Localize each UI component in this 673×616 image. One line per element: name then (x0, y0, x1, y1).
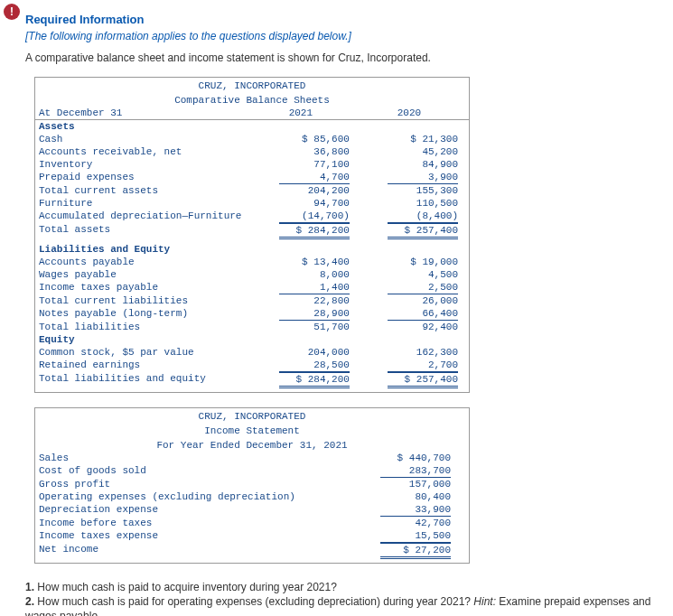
assets-header: Assets (35, 120, 256, 133)
row-itp: Income taxes payable 1,400 2,500 (35, 281, 469, 294)
is-title-statement: Income Statement (35, 423, 469, 437)
prepaid-2021: 4,700 (279, 171, 350, 184)
label-ap: Accounts payable (35, 256, 252, 268)
furn-2021: 94,700 (252, 197, 360, 210)
cs-2021: 204,000 (252, 346, 360, 359)
q1-number: 1. (25, 581, 34, 593)
label-furniture: Furniture (35, 197, 252, 210)
label-tcl: Total current liabilities (35, 294, 252, 307)
label-cogs: Cost of goods sold (35, 464, 325, 478)
row-ibt: Income before taxes 42,700 (35, 517, 469, 529)
row-sales: Sales $ 440,700 (35, 452, 469, 464)
q2-text: How much cash is paid for operating expe… (37, 595, 473, 608)
accdep-2021: (14,700) (279, 210, 350, 223)
row-tca: Total current assets 204,200 155,300 (35, 184, 469, 197)
label-prepaid: Prepaid expenses (35, 171, 252, 184)
label-ar: Accounts receivable, net (35, 145, 252, 158)
label-ni: Net income (35, 543, 325, 559)
tle-2020: $ 257,400 (388, 372, 458, 388)
row-cogs: Cost of goods sold 283,700 (35, 464, 469, 478)
np-2020: 66,400 (388, 307, 458, 321)
label-wp: Wages payable (35, 268, 252, 281)
tca-2020: 155,300 (360, 184, 469, 197)
np-2021: 28,900 (279, 307, 350, 321)
ar-2021: 36,800 (252, 145, 360, 158)
label-inventory: Inventory (35, 158, 252, 171)
q2-hint-label: Hint: (473, 595, 496, 608)
ar-2020: 45,200 (360, 145, 469, 158)
tl-2021: 51,700 (252, 321, 360, 333)
label-cash: Cash (35, 133, 252, 145)
wp-2021: 8,000 (252, 268, 360, 281)
label-re: Retained earnings (35, 359, 252, 372)
tle-2021: $ 284,200 (279, 372, 350, 388)
tl-2020: 92,400 (360, 321, 469, 333)
wp-2020: 4,500 (360, 268, 469, 281)
ta-2020: $ 257,400 (388, 223, 458, 239)
row-tax: Income taxes expense 15,500 (35, 529, 469, 543)
dep-value: 33,900 (380, 503, 451, 517)
tax-value: 15,500 (380, 529, 451, 543)
label-opex: Operating expenses (excluding depreciati… (35, 490, 325, 503)
furn-2020: 110,500 (360, 197, 469, 210)
label-ta: Total assets (35, 223, 252, 239)
label-tl: Total liabilities (35, 321, 252, 333)
ta-2021: $ 284,200 (279, 223, 350, 239)
row-re: Retained earnings 28,500 2,700 (35, 359, 469, 372)
row-tcl: Total current liabilities 22,800 26,000 (35, 294, 469, 307)
bs-col-2020: 2020 (360, 107, 469, 119)
bs-title-sheet: Comparative Balance Sheets (35, 92, 469, 107)
re-2021: 28,500 (279, 359, 350, 372)
label-np: Notes payable (long-term) (35, 307, 252, 321)
row-prepaid: Prepaid expenses 4,700 3,900 (35, 171, 469, 184)
q1-text: How much cash is paid to acquire invento… (37, 581, 337, 593)
income-statement-table: CRUZ, INCORPORATED Income Statement For … (34, 407, 470, 564)
label-itp: Income taxes payable (35, 281, 252, 294)
ap-2021: $ 13,400 (252, 256, 360, 268)
prepaid-2020: 3,900 (388, 171, 458, 184)
ibt-value: 42,700 (325, 517, 469, 529)
gp-value: 157,000 (325, 478, 469, 490)
is-title-period: For Year Ended December 31, 2021 (35, 437, 469, 452)
opex-value: 80,400 (325, 490, 469, 503)
itp-2021: 1,400 (279, 281, 350, 294)
row-ni: Net income $ 27,200 (35, 543, 469, 559)
equity-header: Equity (35, 333, 256, 346)
label-gp: Gross profit (35, 478, 325, 490)
inv-2020: 84,900 (360, 158, 469, 171)
alert-icon: ! (4, 4, 20, 20)
row-tle: Total liabilities and equity $ 284,200 $… (35, 372, 469, 388)
label-ibt: Income before taxes (35, 517, 325, 529)
row-accdep: Accumulated depreciation—Furniture (14,7… (35, 210, 469, 223)
required-info-title: Required Information (25, 13, 673, 26)
questions-block: 1. How much cash is paid to acquire inve… (25, 580, 664, 616)
bs-header-row: At December 31 2021 2020 (35, 107, 469, 120)
row-furniture: Furniture 94,700 110,500 (35, 197, 469, 210)
label-tca: Total current assets (35, 184, 252, 197)
label-tax: Income taxes expense (35, 529, 325, 543)
row-gp: Gross profit 157,000 (35, 478, 469, 490)
bs-col-2021: 2021 (252, 107, 360, 119)
row-ar: Accounts receivable, net 36,800 45,200 (35, 145, 469, 158)
row-inventory: Inventory 77,100 84,900 (35, 158, 469, 171)
row-wp: Wages payable 8,000 4,500 (35, 268, 469, 281)
inv-2021: 77,100 (252, 158, 360, 171)
label-cs: Common stock, $5 par value (35, 346, 252, 359)
liab-equity-header: Liabilities and Equity (35, 243, 256, 256)
cogs-value: 283,700 (380, 464, 451, 478)
tca-2021: 204,200 (252, 184, 360, 197)
ap-2020: $ 19,000 (360, 256, 469, 268)
row-opex: Operating expenses (excluding depreciati… (35, 490, 469, 503)
re-2020: 2,700 (388, 359, 458, 372)
bs-title-company: CRUZ, INCORPORATED (35, 78, 469, 92)
tcl-2021: 22,800 (252, 294, 360, 307)
row-ap: Accounts payable $ 13,400 $ 19,000 (35, 256, 469, 268)
bs-date-label: At December 31 (35, 107, 252, 119)
row-cs: Common stock, $5 par value 204,000 162,3… (35, 346, 469, 359)
balance-sheet-table: CRUZ, INCORPORATED Comparative Balance S… (34, 77, 470, 393)
sales-value: $ 440,700 (325, 452, 469, 464)
row-tl: Total liabilities 51,700 92,400 (35, 321, 469, 333)
ni-value: $ 27,200 (380, 543, 451, 559)
intro-text: A comparative balance sheet and income s… (25, 51, 673, 64)
label-sales: Sales (35, 452, 325, 464)
